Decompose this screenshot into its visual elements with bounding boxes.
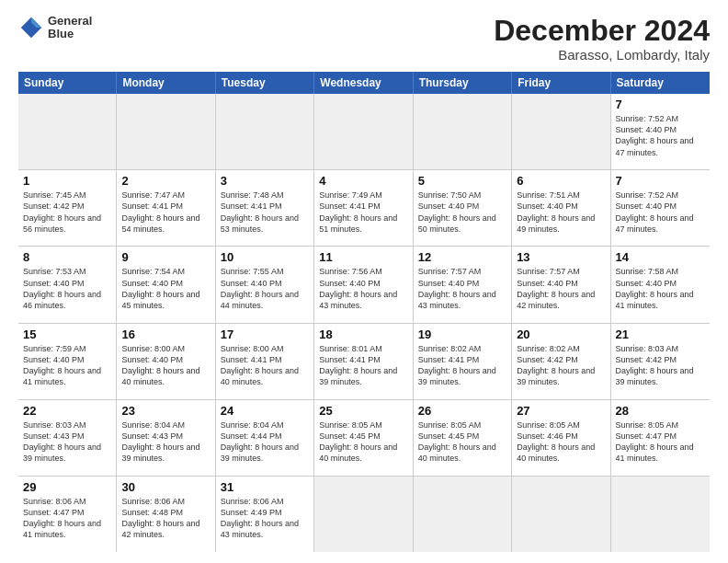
- calendar-cell: [512, 94, 610, 169]
- logo-line1: General: [48, 15, 92, 28]
- calendar-cell: 22Sunrise: 8:03 AMSunset: 4:43 PMDayligh…: [18, 400, 117, 476]
- logo: General Blue: [18, 15, 92, 41]
- day-number: 28: [616, 404, 705, 418]
- calendar-cell: 29Sunrise: 8:06 AMSunset: 4:47 PMDayligh…: [18, 477, 117, 552]
- cell-info: Sunrise: 8:05 AMSunset: 4:45 PMDaylight:…: [319, 419, 407, 465]
- cell-info: Sunrise: 7:58 AMSunset: 4:40 PMDaylight:…: [616, 266, 705, 311]
- calendar-cell: 1Sunrise: 7:45 AMSunset: 4:42 PMDaylight…: [18, 170, 117, 246]
- cell-info: Sunrise: 7:57 AMSunset: 4:40 PMDaylight:…: [418, 266, 506, 311]
- day-number: 8: [23, 250, 111, 264]
- day-number: 14: [616, 250, 705, 264]
- day-number: 21: [616, 327, 705, 341]
- calendar-cell: [611, 477, 710, 552]
- calendar-cell: 31Sunrise: 8:06 AMSunset: 4:49 PMDayligh…: [216, 477, 314, 552]
- day-number: 27: [517, 404, 605, 418]
- day-number: 22: [23, 404, 111, 418]
- calendar-cell: 17Sunrise: 8:00 AMSunset: 4:41 PMDayligh…: [216, 324, 314, 399]
- day-number: 7: [616, 98, 705, 111]
- day-number: 4: [319, 174, 407, 188]
- day-number: 25: [319, 404, 407, 418]
- calendar-header-cell: Tuesday: [216, 72, 314, 94]
- calendar-cell: [414, 477, 512, 552]
- day-number: 9: [121, 250, 210, 264]
- cell-info: Sunrise: 8:06 AMSunset: 4:47 PMDaylight:…: [23, 496, 111, 541]
- logo-text: General Blue: [48, 15, 92, 41]
- calendar-cell: [414, 94, 512, 169]
- cell-info: Sunrise: 8:01 AMSunset: 4:41 PMDaylight:…: [319, 343, 407, 388]
- calendar-cell: 8Sunrise: 7:53 AMSunset: 4:40 PMDaylight…: [18, 247, 117, 322]
- day-number: 18: [319, 327, 407, 341]
- subtitle: Barasso, Lombardy, Italy: [494, 47, 710, 63]
- calendar-cell: 11Sunrise: 7:56 AMSunset: 4:40 PMDayligh…: [314, 247, 413, 322]
- day-number: 13: [517, 250, 605, 264]
- calendar-cell: 3Sunrise: 7:48 AMSunset: 4:41 PMDaylight…: [216, 170, 314, 246]
- cell-info: Sunrise: 8:03 AMSunset: 4:42 PMDaylight:…: [616, 343, 705, 388]
- day-number: 11: [319, 250, 407, 264]
- calendar-cell: 23Sunrise: 8:04 AMSunset: 4:43 PMDayligh…: [117, 400, 215, 476]
- day-number: 16: [121, 327, 210, 341]
- cell-info: Sunrise: 7:52 AMSunset: 4:40 PMDaylight:…: [616, 113, 705, 158]
- day-number: 23: [121, 404, 210, 418]
- calendar-cell: 10Sunrise: 7:55 AMSunset: 4:40 PMDayligh…: [216, 247, 314, 322]
- header: General Blue December 2024 Barasso, Lomb…: [18, 15, 710, 63]
- cell-info: Sunrise: 7:47 AMSunset: 4:41 PMDaylight:…: [121, 190, 210, 235]
- calendar-cell: [512, 477, 610, 552]
- calendar-cell: 27Sunrise: 8:05 AMSunset: 4:46 PMDayligh…: [512, 400, 610, 476]
- calendar-cell: 15Sunrise: 7:59 AMSunset: 4:40 PMDayligh…: [18, 324, 117, 399]
- cell-info: Sunrise: 8:00 AMSunset: 4:41 PMDaylight:…: [221, 343, 309, 388]
- calendar-cell: [18, 94, 117, 169]
- calendar-week: 8Sunrise: 7:53 AMSunset: 4:40 PMDaylight…: [18, 247, 710, 323]
- calendar-cell: 7Sunrise: 7:52 AMSunset: 4:40 PMDaylight…: [611, 94, 710, 169]
- calendar-week: 15Sunrise: 7:59 AMSunset: 4:40 PMDayligh…: [18, 324, 710, 400]
- day-number: 2: [121, 174, 210, 188]
- calendar-cell: 25Sunrise: 8:05 AMSunset: 4:45 PMDayligh…: [314, 400, 413, 476]
- calendar-week: 7Sunrise: 7:52 AMSunset: 4:40 PMDaylight…: [18, 94, 710, 170]
- calendar-cell: 4Sunrise: 7:49 AMSunset: 4:41 PMDaylight…: [314, 170, 413, 246]
- cell-info: Sunrise: 7:45 AMSunset: 4:42 PMDaylight:…: [23, 190, 111, 235]
- cell-info: Sunrise: 7:52 AMSunset: 4:40 PMDaylight:…: [616, 190, 705, 235]
- calendar-cell: 16Sunrise: 8:00 AMSunset: 4:40 PMDayligh…: [117, 324, 215, 399]
- cell-info: Sunrise: 7:48 AMSunset: 4:41 PMDaylight:…: [221, 190, 309, 235]
- day-number: 24: [221, 404, 309, 418]
- calendar-week: 22Sunrise: 8:03 AMSunset: 4:43 PMDayligh…: [18, 400, 710, 477]
- calendar-cell: 20Sunrise: 8:02 AMSunset: 4:42 PMDayligh…: [512, 324, 610, 399]
- calendar-cell: [117, 94, 215, 169]
- day-number: 29: [23, 480, 111, 494]
- day-number: 17: [221, 327, 309, 341]
- cell-info: Sunrise: 7:54 AMSunset: 4:40 PMDaylight:…: [121, 266, 210, 311]
- calendar-header-cell: Sunday: [18, 72, 117, 94]
- page: General Blue December 2024 Barasso, Lomb…: [0, 0, 728, 563]
- calendar-cell: 14Sunrise: 7:58 AMSunset: 4:40 PMDayligh…: [611, 247, 710, 322]
- calendar-cell: 7Sunrise: 7:52 AMSunset: 4:40 PMDaylight…: [611, 170, 710, 246]
- main-title: December 2024: [494, 15, 710, 47]
- cell-info: Sunrise: 8:05 AMSunset: 4:47 PMDaylight:…: [616, 419, 705, 465]
- calendar-week: 1Sunrise: 7:45 AMSunset: 4:42 PMDaylight…: [18, 170, 710, 247]
- cell-info: Sunrise: 8:03 AMSunset: 4:43 PMDaylight:…: [23, 419, 111, 465]
- day-number: 6: [517, 174, 605, 188]
- calendar-header: SundayMondayTuesdayWednesdayThursdayFrid…: [18, 72, 710, 94]
- cell-info: Sunrise: 8:05 AMSunset: 4:45 PMDaylight:…: [418, 419, 506, 465]
- cell-info: Sunrise: 8:04 AMSunset: 4:43 PMDaylight:…: [121, 419, 210, 465]
- cell-info: Sunrise: 8:06 AMSunset: 4:48 PMDaylight:…: [121, 496, 210, 541]
- calendar-header-cell: Friday: [512, 72, 610, 94]
- calendar-cell: 21Sunrise: 8:03 AMSunset: 4:42 PMDayligh…: [611, 324, 710, 399]
- logo-line2: Blue: [48, 28, 92, 40]
- logo-icon: [18, 15, 44, 40]
- calendar-cell: 28Sunrise: 8:05 AMSunset: 4:47 PMDayligh…: [611, 400, 710, 476]
- cell-info: Sunrise: 8:02 AMSunset: 4:41 PMDaylight:…: [418, 343, 506, 388]
- day-number: 1: [23, 174, 111, 188]
- calendar-cell: 18Sunrise: 8:01 AMSunset: 4:41 PMDayligh…: [314, 324, 413, 399]
- cell-info: Sunrise: 7:55 AMSunset: 4:40 PMDaylight:…: [221, 266, 309, 311]
- calendar-cell: 13Sunrise: 7:57 AMSunset: 4:40 PMDayligh…: [512, 247, 610, 322]
- cell-info: Sunrise: 7:56 AMSunset: 4:40 PMDaylight:…: [319, 266, 407, 311]
- cell-info: Sunrise: 8:02 AMSunset: 4:42 PMDaylight:…: [517, 343, 605, 388]
- cell-info: Sunrise: 7:51 AMSunset: 4:40 PMDaylight:…: [517, 190, 605, 235]
- calendar-header-cell: Saturday: [611, 72, 710, 94]
- calendar-week: 29Sunrise: 8:06 AMSunset: 4:47 PMDayligh…: [18, 477, 710, 552]
- cell-info: Sunrise: 8:05 AMSunset: 4:46 PMDaylight:…: [517, 419, 605, 465]
- day-number: 5: [418, 174, 506, 188]
- cell-info: Sunrise: 8:04 AMSunset: 4:44 PMDaylight:…: [221, 419, 309, 465]
- title-block: December 2024 Barasso, Lombardy, Italy: [494, 15, 710, 63]
- cell-info: Sunrise: 7:59 AMSunset: 4:40 PMDaylight:…: [23, 343, 111, 388]
- calendar-header-cell: Thursday: [414, 72, 512, 94]
